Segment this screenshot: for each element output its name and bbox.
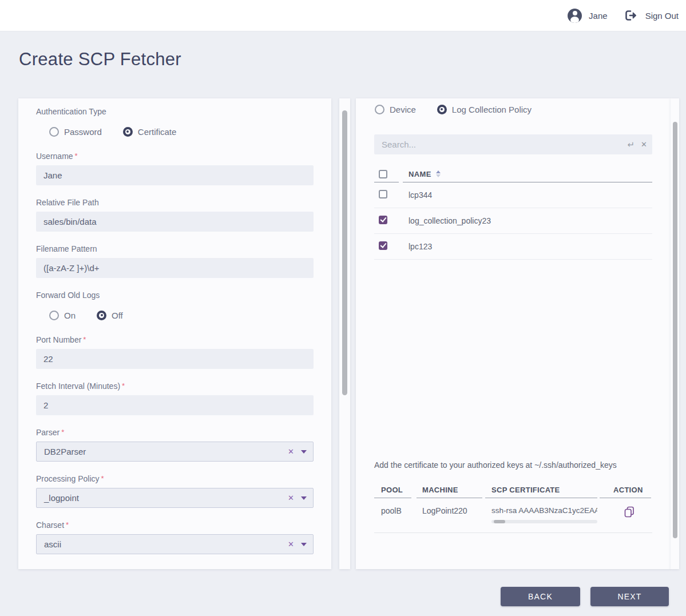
row-checkbox-cell bbox=[374, 190, 403, 201]
certificate-table-row: poolB LogPoint220 ssh-rsa AAAAB3NzaC1yc2… bbox=[374, 498, 652, 533]
page-title: Create SCP Fetcher bbox=[19, 49, 181, 70]
processing-policy-group: Processing Policy* _logpoint ✕ bbox=[36, 474, 314, 508]
required-marker: * bbox=[75, 152, 78, 160]
row-name: lcp344 bbox=[403, 190, 652, 200]
right-panel-scrollbar-thumb[interactable] bbox=[673, 122, 677, 538]
relative-file-path-field[interactable] bbox=[36, 212, 314, 232]
parser-select[interactable]: DB2Parser ✕ bbox=[36, 442, 314, 462]
table-row[interactable]: log_collection_policy23 bbox=[374, 208, 652, 234]
clear-selection-icon[interactable]: ✕ bbox=[288, 447, 294, 456]
row-checkbox-cell bbox=[374, 216, 403, 226]
port-number-group: Port Number* bbox=[36, 335, 314, 369]
sign-out-icon bbox=[625, 10, 639, 21]
sort-icon[interactable] bbox=[436, 170, 441, 177]
forward-old-logs-group: Forward Old Logs On Off bbox=[36, 291, 314, 320]
charset-label: Charset* bbox=[36, 520, 314, 531]
certificate-cell: ssh-rsa AAAAB3NzaC1yc2EAAAAD bbox=[485, 506, 597, 523]
certificate-column-header: SCP CERTIFICATE bbox=[485, 486, 597, 498]
charset-group: Charset* ascii ✕ bbox=[36, 520, 314, 554]
radio-unselected-icon[interactable] bbox=[375, 105, 384, 114]
target-mode-options: Device Log Collection Policy bbox=[375, 104, 671, 114]
filename-pattern-group: Filename Pattern bbox=[36, 244, 314, 278]
charset-label-text: Charset bbox=[36, 520, 64, 530]
parser-label-text: Parser bbox=[36, 428, 60, 437]
table-row[interactable]: lcp344 bbox=[374, 182, 652, 208]
radio-log-collection-policy[interactable]: Log Collection Policy bbox=[437, 105, 532, 114]
certificate-table-header: POOL MACHINE SCP CERTIFICATE ACTION bbox=[374, 486, 652, 498]
right-panel-scrollbar-track[interactable] bbox=[671, 98, 679, 569]
chevron-down-icon[interactable] bbox=[301, 543, 307, 546]
processing-policy-select[interactable]: _logpoint ✕ bbox=[36, 488, 314, 508]
certificate-value: ssh-rsa AAAAB3NzaC1yc2EAAAAD bbox=[491, 506, 597, 515]
fetch-interval-label: Fetch Interval (Minutes)* bbox=[36, 381, 314, 392]
row-checkbox-cell bbox=[374, 241, 403, 252]
radio-password-label: Password bbox=[64, 127, 102, 137]
next-button[interactable]: NEXT bbox=[590, 587, 669, 606]
row-checkbox-unchecked[interactable] bbox=[379, 190, 387, 198]
radio-off-label: Off bbox=[112, 311, 123, 320]
left-panel-scrollbar-track[interactable] bbox=[339, 98, 350, 569]
radio-log-collection-policy-label: Log Collection Policy bbox=[452, 105, 532, 114]
name-column-header[interactable]: NAME bbox=[409, 170, 431, 178]
row-name: lpc123 bbox=[403, 242, 652, 251]
enter-icon[interactable]: ↵ bbox=[628, 140, 635, 150]
required-marker: * bbox=[83, 335, 86, 344]
chevron-down-icon[interactable] bbox=[301, 496, 307, 500]
charset-select[interactable]: ascii ✕ bbox=[36, 534, 314, 554]
user-name: Jane bbox=[589, 11, 608, 21]
username-label: Username* bbox=[36, 152, 314, 162]
authentication-type-group: Authentication Type Password Certificate bbox=[36, 107, 314, 137]
radio-selected-icon[interactable] bbox=[123, 127, 133, 137]
row-checkbox-checked[interactable] bbox=[379, 241, 387, 250]
clear-selection-icon[interactable]: ✕ bbox=[288, 540, 294, 549]
policy-table: NAME lcp344 log_collection_policy23 lpc1… bbox=[374, 166, 652, 260]
select-all-cell bbox=[374, 166, 399, 182]
name-header-cell[interactable]: NAME bbox=[403, 166, 652, 182]
row-checkbox-checked[interactable] bbox=[379, 216, 387, 224]
user-chip: Jane bbox=[568, 9, 608, 23]
certificate-scrollbar-track[interactable] bbox=[491, 520, 597, 523]
radio-off[interactable]: Off bbox=[97, 311, 123, 320]
parser-selected-value: DB2Parser bbox=[44, 447, 288, 456]
radio-on[interactable]: On bbox=[49, 311, 76, 320]
radio-device-label: Device bbox=[390, 105, 416, 114]
authentication-type-label: Authentication Type bbox=[36, 107, 314, 117]
pool-cell: poolB bbox=[374, 506, 411, 515]
search-input[interactable] bbox=[374, 134, 652, 154]
radio-certificate[interactable]: Certificate bbox=[123, 127, 177, 137]
radio-unselected-icon[interactable] bbox=[49, 127, 59, 137]
certificate-note: Add the certificate to your authorized k… bbox=[374, 460, 652, 470]
fetch-interval-field[interactable] bbox=[36, 395, 314, 415]
radio-on-label: On bbox=[64, 311, 76, 320]
select-all-checkbox[interactable] bbox=[379, 170, 387, 178]
left-panel-scrollbar-thumb[interactable] bbox=[342, 110, 347, 395]
clear-search-icon[interactable]: ✕ bbox=[641, 140, 647, 149]
chevron-down-icon[interactable] bbox=[301, 450, 307, 454]
action-cell bbox=[600, 506, 651, 519]
pool-column-header: POOL bbox=[374, 486, 411, 498]
port-number-field[interactable] bbox=[36, 349, 314, 369]
copy-certificate-button[interactable] bbox=[624, 506, 635, 519]
radio-selected-icon[interactable] bbox=[97, 311, 106, 320]
right-selection-card: Device Log Collection Policy ↵ ✕ NAME bbox=[356, 98, 671, 569]
required-marker: * bbox=[66, 520, 69, 529]
forward-old-logs-label: Forward Old Logs bbox=[36, 291, 314, 301]
back-button[interactable]: BACK bbox=[501, 587, 580, 606]
radio-selected-icon[interactable] bbox=[437, 105, 447, 114]
filename-pattern-field[interactable] bbox=[36, 258, 314, 278]
parser-label: Parser* bbox=[36, 428, 314, 438]
fetch-interval-group: Fetch Interval (Minutes)* bbox=[36, 381, 314, 415]
radio-unselected-icon[interactable] bbox=[49, 311, 59, 320]
radio-device[interactable]: Device bbox=[375, 105, 416, 114]
radio-password[interactable]: Password bbox=[49, 127, 102, 137]
certificate-scrollbar-thumb[interactable] bbox=[494, 520, 505, 523]
required-marker: * bbox=[122, 381, 125, 390]
sign-out-button[interactable]: Sign Out bbox=[625, 10, 679, 21]
top-bar: Jane Sign Out bbox=[0, 0, 686, 31]
clear-selection-icon[interactable]: ✕ bbox=[288, 494, 294, 502]
username-field[interactable] bbox=[36, 165, 314, 185]
machine-cell: LogPoint220 bbox=[417, 506, 482, 515]
sign-out-label[interactable]: Sign Out bbox=[645, 11, 679, 21]
required-marker: * bbox=[101, 474, 104, 483]
table-row[interactable]: lpc123 bbox=[374, 234, 652, 260]
